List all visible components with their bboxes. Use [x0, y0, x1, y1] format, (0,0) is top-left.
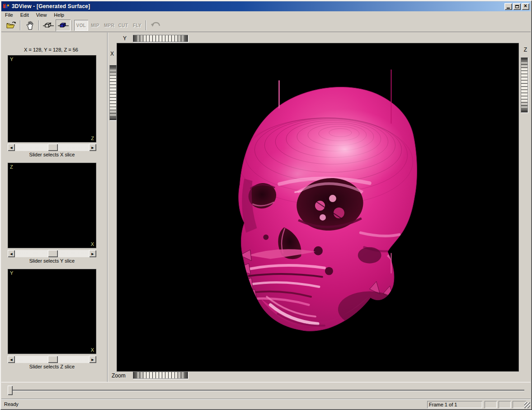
toolbar-separator [72, 20, 73, 30]
slice-y-caption: Slider selects Y slice [1, 258, 103, 264]
status-bar: Ready Frame 1 of 1 [1, 399, 531, 409]
slice-y-axis-bottom-label: X [91, 241, 94, 247]
streak-artifact [391, 70, 392, 124]
open-file-button[interactable] [4, 19, 19, 31]
wireframe-cube-icon [42, 21, 54, 29]
slice-y-axis-top-label: Z [10, 164, 13, 170]
toolbar-separator [38, 20, 39, 30]
slice-view-y[interactable]: Z X [8, 163, 96, 248]
zoom-thumbwheel[interactable] [133, 372, 188, 378]
app-window: 3DView - [Generated Surface] × File Edit… [0, 0, 532, 410]
undo-button[interactable] [148, 19, 163, 31]
trackbar-thumb[interactable] [8, 386, 13, 395]
window-title: 3DView - [Generated Surface] [12, 3, 504, 9]
mode-vol-button[interactable]: VOL [74, 20, 88, 31]
mode-mpr-button[interactable]: MPR [102, 20, 116, 31]
toolbar: VOL MIP MPR CUT FLY [1, 19, 531, 32]
slice-x-slider[interactable]: ◀ ▶ [8, 144, 96, 151]
slice-y-slider[interactable]: ◀ ▶ [8, 250, 96, 257]
app-icon[interactable] [3, 3, 10, 10]
mode-cut-button[interactable]: CUT [116, 20, 130, 31]
viewport-axis-y-label: Y [123, 35, 127, 42]
solid-volume-button[interactable] [56, 19, 71, 31]
rotate-x-thumbwheel[interactable] [110, 66, 116, 120]
maximize-icon [515, 5, 519, 8]
streak-artifact [391, 253, 392, 273]
solid-cube-icon [57, 21, 69, 29]
volume-dimensions-label: X = 128, Y = 128, Z = 56 [1, 47, 101, 52]
mode-mip-button[interactable]: MIP [88, 20, 102, 31]
slice-x-caption: Slider selects X slice [1, 152, 103, 157]
mode-fly-button[interactable]: FLY [130, 20, 144, 31]
slice-x-axis-top-label: Y [10, 57, 13, 62]
open-folder-icon [6, 21, 17, 30]
slice-x-slider-thumb[interactable] [48, 144, 58, 151]
rotate-y-thumbwheel[interactable] [133, 35, 188, 42]
scroll-left-arrow[interactable]: ◀ [8, 356, 15, 363]
status-message: Ready [4, 401, 19, 407]
wireframe-volume-button[interactable] [41, 19, 56, 31]
slice-z-axis-bottom-label: X [91, 347, 94, 353]
menu-view[interactable]: View [33, 11, 51, 19]
slice-z-slider[interactable]: ◀ ▶ [8, 356, 96, 363]
scroll-right-arrow[interactable]: ▶ [89, 356, 96, 363]
title-bar[interactable]: 3DView - [Generated Surface] × [1, 1, 531, 11]
menu-file[interactable]: File [1, 11, 17, 19]
slice-z-slider-thumb[interactable] [48, 356, 58, 363]
menu-help[interactable]: Help [50, 11, 68, 19]
slice-view-x[interactable]: Y Z [8, 55, 96, 142]
status-panel-1 [485, 401, 497, 408]
slice-z-caption: Slider selects Z slice [1, 364, 103, 369]
close-button[interactable]: × [522, 3, 529, 10]
trackbar-groove[interactable] [11, 390, 524, 391]
minimize-button[interactable] [504, 3, 512, 10]
slice-z-axis-top-label: Y [10, 270, 13, 276]
hand-icon [26, 21, 34, 30]
zoom-label: Zoom [112, 372, 126, 379]
frame-indicator: Frame 1 of 1 [427, 401, 482, 408]
undo-icon [151, 22, 160, 29]
viewport-axis-x-label: X [110, 51, 114, 57]
render-canvas[interactable] [117, 43, 519, 372]
slice-panel: X = 128, Y = 128, Z = 56 Y Z ◀ ▶ Slider … [1, 33, 107, 382]
toolbar-separator [20, 20, 21, 30]
frame-trackbar[interactable] [1, 382, 531, 399]
resize-grip[interactable] [524, 402, 530, 408]
close-icon: × [524, 3, 527, 9]
maximize-button[interactable] [513, 3, 521, 10]
viewport-axis-z-label: Z [524, 47, 527, 53]
scroll-left-arrow[interactable]: ◀ [8, 144, 15, 151]
viewport-zone: Y X Z Zoom [108, 33, 531, 382]
scroll-left-arrow[interactable]: ◀ [8, 250, 15, 257]
menu-bar: File Edit View Help [1, 11, 531, 19]
slice-x-axis-bottom-label: Z [91, 136, 94, 141]
pan-hand-button[interactable] [22, 19, 37, 31]
skull-surface-rendering [117, 43, 518, 371]
status-panel-2 [499, 401, 511, 408]
streak-artifact [278, 80, 279, 108]
toolbar-separator [146, 20, 146, 30]
slice-y-slider-thumb[interactable] [48, 250, 58, 257]
scroll-right-arrow[interactable]: ▶ [89, 250, 96, 257]
scroll-right-arrow[interactable]: ▶ [89, 144, 96, 151]
minimize-icon [507, 8, 510, 9]
slice-view-z[interactable]: Y X [8, 269, 96, 354]
rotate-z-thumbwheel[interactable] [521, 58, 527, 112]
menu-edit[interactable]: Edit [17, 11, 33, 19]
